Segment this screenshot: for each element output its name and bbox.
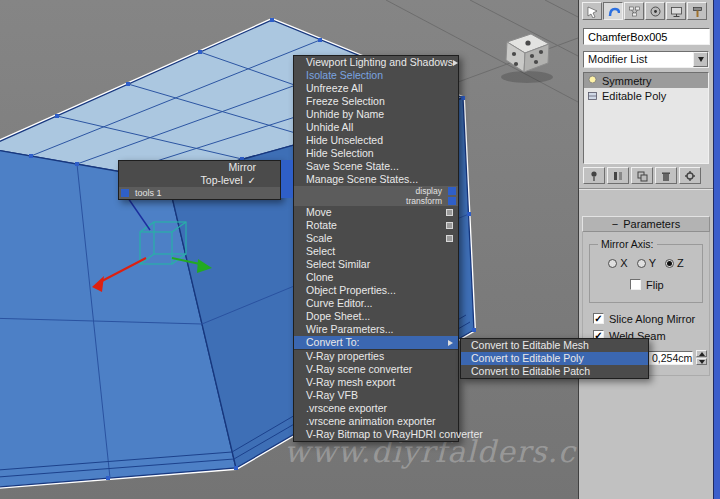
menu-item-vray-properties[interactable]: V-Ray properties bbox=[294, 350, 458, 363]
tab-motion[interactable] bbox=[645, 2, 665, 20]
menu-item-unhide-all[interactable]: Unhide All bbox=[294, 121, 458, 134]
submenu-arrow-icon bbox=[453, 60, 458, 66]
modifier-list-dropdown[interactable]: Modifier List bbox=[583, 51, 709, 68]
menu-item-vray-mesh-export[interactable]: V-Ray mesh export bbox=[294, 376, 458, 389]
menu-item-dope-sheet[interactable]: Dope Sheet... bbox=[294, 310, 458, 323]
remove-modifier-button[interactable] bbox=[655, 167, 677, 184]
menu-item-convert-editable-poly[interactable]: Convert to Editable Poly bbox=[461, 352, 648, 365]
menu-item-curve-editor[interactable]: Curve Editor... bbox=[294, 297, 458, 310]
settings-box-icon[interactable] bbox=[446, 222, 453, 229]
menu-item-isolate-selection[interactable]: Isolate Selection bbox=[294, 69, 458, 82]
menu-item-vray-vfb[interactable]: V-Ray VFB bbox=[294, 389, 458, 402]
menu-item-scale[interactable]: Scale bbox=[294, 232, 458, 245]
menu-item-move[interactable]: Move bbox=[294, 206, 458, 219]
tab-utilities[interactable] bbox=[687, 2, 707, 20]
arrow-down-icon bbox=[699, 360, 705, 364]
3dsmax-window: www.diyrfalders.com bbox=[0, 0, 720, 499]
menu-item-vray-scene-converter[interactable]: V-Ray scene converter bbox=[294, 363, 458, 376]
menu-item-vray-bitmap-converter[interactable]: V-Ray Bitmap to VRayHDRI converter bbox=[294, 428, 458, 441]
menu-item-save-scene-state[interactable]: Save Scene State... bbox=[294, 160, 458, 173]
menu-item-hide-selection[interactable]: Hide Selection bbox=[294, 147, 458, 160]
slice-along-mirror-checkbox[interactable]: ✓ Slice Along Mirror bbox=[593, 311, 707, 326]
menu-item-select-similar[interactable]: Select Similar bbox=[294, 258, 458, 271]
motion-icon bbox=[649, 5, 662, 18]
checkmark-icon: ✓ bbox=[248, 174, 256, 187]
quad-indicator-icon bbox=[448, 187, 456, 195]
menu-item-clone[interactable]: Clone bbox=[294, 271, 458, 284]
menu-item-unfreeze-all[interactable]: Unfreeze All bbox=[294, 82, 458, 95]
transform-section: Move Rotate Scale Select Select Similar … bbox=[294, 206, 458, 349]
menu-item-object-properties[interactable]: Object Properties... bbox=[294, 284, 458, 297]
menu-item-unhide-by-name[interactable]: Unhide by Name bbox=[294, 108, 458, 121]
checkbox-icon bbox=[630, 279, 641, 290]
create-icon bbox=[586, 5, 599, 18]
show-end-result-button[interactable] bbox=[607, 167, 629, 184]
flip-checkbox[interactable]: Flip bbox=[630, 277, 700, 292]
make-unique-button[interactable] bbox=[631, 167, 653, 184]
panel-scrollbar[interactable] bbox=[713, 0, 720, 499]
quad-header-tools: tools 1 bbox=[119, 187, 280, 199]
modify-icon bbox=[607, 5, 620, 18]
dropdown-button[interactable] bbox=[693, 52, 708, 67]
threshold-field[interactable]: 0,254cm bbox=[648, 351, 693, 365]
modifier-stack: Symmetry Editable Poly bbox=[583, 72, 709, 164]
tab-display[interactable] bbox=[666, 2, 686, 20]
menu-item-viewport-lighting[interactable]: Viewport Lighting and Shadows bbox=[294, 56, 458, 69]
pin-stack-icon bbox=[588, 170, 600, 182]
settings-box-icon[interactable] bbox=[446, 235, 453, 242]
menu-item-vrscene-animation-exporter[interactable]: .vrscene animation exporter bbox=[294, 415, 458, 428]
radio-selected-dot bbox=[667, 261, 672, 266]
menu-item-convert-editable-mesh[interactable]: Convert to Editable Mesh bbox=[461, 339, 648, 352]
radio-circle-icon bbox=[608, 259, 617, 268]
quad-menu-center bbox=[281, 160, 293, 198]
menu-item-manage-scene-states[interactable]: Manage Scene States... bbox=[294, 173, 458, 186]
menu-item-hide-unselected[interactable]: Hide Unselected bbox=[294, 134, 458, 147]
pin-stack-button[interactable] bbox=[583, 167, 605, 184]
context-menu: Viewport Lighting and Shadows Isolate Se… bbox=[293, 55, 459, 442]
convert-to-submenu: Convert to Editable Mesh Convert to Edit… bbox=[460, 338, 649, 379]
stack-toolbar bbox=[583, 167, 709, 184]
dice-object[interactable] bbox=[501, 34, 553, 83]
spinner-up-button[interactable] bbox=[696, 350, 707, 357]
collapse-icon: − bbox=[612, 218, 618, 230]
menu-item-select[interactable]: Select bbox=[294, 245, 458, 258]
stack-row-editable-poly[interactable]: Editable Poly bbox=[584, 88, 708, 103]
panel-divider bbox=[579, 188, 713, 190]
menu-item-convert-to[interactable]: Convert To: bbox=[294, 336, 458, 349]
menu-item-vrscene-exporter[interactable]: .vrscene exporter bbox=[294, 402, 458, 415]
editable-poly-icon bbox=[587, 90, 598, 102]
rollout-header-parameters[interactable]: −Parameters bbox=[582, 216, 710, 232]
tab-modify[interactable] bbox=[603, 2, 623, 20]
spinner-down-button[interactable] bbox=[696, 358, 707, 365]
settings-box-icon[interactable] bbox=[446, 209, 453, 216]
menu-item-freeze-selection[interactable]: Freeze Selection bbox=[294, 95, 458, 108]
lightbulb-icon[interactable] bbox=[587, 75, 598, 87]
menu-item-top-level[interactable]: Top-level ✓ bbox=[119, 174, 280, 187]
tab-create[interactable] bbox=[582, 2, 602, 20]
vray-section: V-Ray properties V-Ray scene converter V… bbox=[294, 349, 458, 441]
tab-hierarchy[interactable] bbox=[624, 2, 644, 20]
display-section: Viewport Lighting and Shadows Isolate Se… bbox=[294, 56, 458, 186]
configure-sets-button[interactable] bbox=[679, 167, 701, 184]
viewport-canvas[interactable]: www.diyrfalders.com bbox=[0, 0, 578, 499]
make-unique-icon bbox=[636, 170, 648, 182]
viewport[interactable]: www.diyrfalders.com bbox=[0, 0, 578, 499]
menu-item-rotate[interactable]: Rotate bbox=[294, 219, 458, 232]
display-icon bbox=[670, 5, 683, 18]
radio-x[interactable]: X bbox=[608, 257, 627, 269]
quad-indicator-icon bbox=[448, 197, 456, 205]
menu-item-mirror[interactable]: Mirror bbox=[119, 161, 280, 174]
stack-row-symmetry[interactable]: Symmetry bbox=[584, 73, 708, 88]
menu-item-convert-editable-patch[interactable]: Convert to Editable Patch bbox=[461, 365, 648, 378]
radio-z[interactable]: Z bbox=[665, 257, 684, 269]
checkbox-checked-icon: ✓ bbox=[593, 313, 604, 324]
radio-circle-icon bbox=[665, 259, 674, 268]
submenu-arrow-icon bbox=[448, 340, 453, 346]
radio-y[interactable]: Y bbox=[637, 257, 656, 269]
object-name-field[interactable] bbox=[583, 28, 710, 45]
arrow-up-icon bbox=[699, 352, 705, 356]
dice-shadow bbox=[501, 71, 553, 83]
quad-menu-tools: Mirror Top-level ✓ tools 1 bbox=[118, 160, 281, 200]
menu-item-wire-parameters[interactable]: Wire Parameters... bbox=[294, 323, 458, 336]
panel-tabs bbox=[579, 0, 713, 22]
